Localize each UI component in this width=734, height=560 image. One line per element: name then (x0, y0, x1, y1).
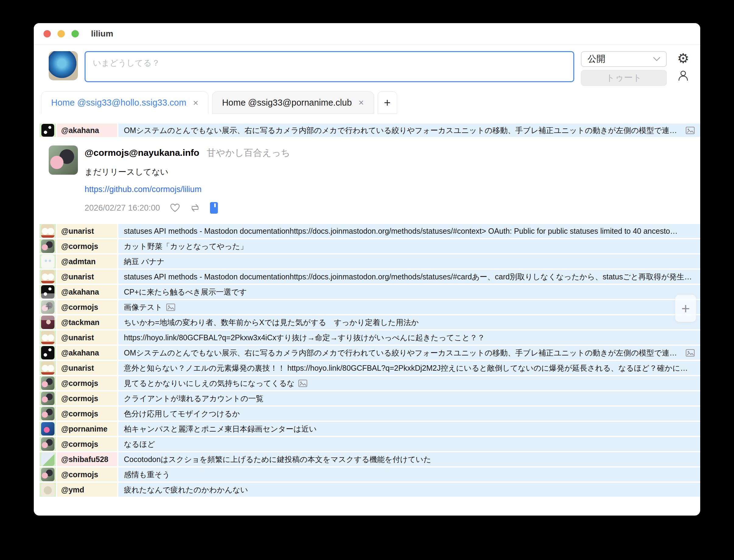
timeline-row[interactable]: @unarist 意外と知らない？ノエルの元素爆発の裏技！！ https://h… (40, 361, 700, 375)
row-avatar[interactable] (41, 331, 54, 344)
row-username[interactable]: @ymd (57, 483, 117, 497)
zoom-window-button[interactable] (72, 30, 79, 37)
post-link[interactable]: https://github.com/cormojs/lilium (85, 185, 201, 194)
row-text-cell[interactable]: 感情も重そう (118, 467, 700, 481)
row-text-cell[interactable]: 意外と知らない？ノエルの元素爆発の裏技！！ https://hoyo.link/… (118, 361, 700, 375)
timeline-row[interactable]: @unarist statuses API methods - Mastodon… (40, 270, 700, 284)
row-avatar[interactable] (41, 346, 54, 359)
timeline-row[interactable]: @tackman ちいかわ=地域の変わり者、数年前からXでは見た気がする すっか… (40, 315, 700, 329)
row-text-cell[interactable]: OMシステムのとんでもない展示、右に写るカメラ内部のメカで行われている絞りやフォ… (118, 346, 700, 360)
row-text-cell[interactable]: Cocotodonはスクショを頻繁に上げるために鍵投稿の本文をマスクする機能を付… (118, 452, 700, 466)
load-more-button[interactable]: + (675, 295, 696, 322)
timeline-row[interactable]: @cormojs 感情も重そう (40, 467, 700, 481)
row-text: Cocotodonはスクショを頻繁に上げるために鍵投稿の本文をマスクする機能を付… (124, 454, 431, 464)
close-window-button[interactable] (44, 30, 51, 37)
row-text: statuses API methods - Mastodon document… (124, 272, 692, 282)
timeline-row[interactable]: @akahana OMシステムのとんでもない展示、右に写るカメラ内部のメカで行わ… (40, 346, 700, 360)
timeline-row[interactable]: @unarist https://hoyo.link/80GCFBAL?q=2P… (40, 331, 700, 345)
client-device-icon[interactable] (210, 202, 218, 214)
row-avatar[interactable] (41, 407, 54, 420)
row-username[interactable]: @unarist (57, 331, 117, 345)
timeline-row[interactable]: @akahana CP+に来たら触るべき展示一選です (40, 285, 700, 299)
row-username[interactable]: @admtan (57, 254, 117, 268)
timeline-row[interactable]: @cormojs 画像テスト (40, 300, 700, 314)
row-username[interactable]: @unarist (57, 270, 117, 284)
row-avatar-cell (40, 346, 56, 360)
row-avatar[interactable] (41, 453, 54, 466)
toot-button[interactable]: トゥート (581, 70, 667, 86)
row-text-cell[interactable]: 納豆 バナナ (118, 254, 700, 268)
timeline-row[interactable]: @shibafu528 Cocotodonはスクショを頻繁に上げるために鍵投稿の… (40, 452, 700, 466)
row-text-cell[interactable]: CP+に来たら触るべき展示一選です (118, 285, 700, 299)
timeline-row[interactable]: @admtan 納豆 バナナ (40, 254, 700, 268)
row-username[interactable]: @cormojs (57, 407, 117, 421)
visibility-select[interactable]: 公開 (581, 51, 667, 67)
close-icon[interactable]: × (193, 98, 198, 107)
post-avatar[interactable] (49, 145, 78, 175)
timeline-row[interactable]: @ymd 疲れたなんで疲れたのかわかんない (40, 483, 700, 497)
heart-icon[interactable] (170, 203, 180, 212)
row-text-cell[interactable]: 色分け応用してモザイクつけるか (118, 407, 700, 421)
timeline-row[interactable]: @cormojs カット野菜「カッとなってやった」 (40, 239, 700, 253)
row-avatar[interactable] (41, 422, 54, 436)
new-tab-button[interactable]: + (378, 91, 397, 114)
timeline-row[interactable]: @cormojs クライアントが壊れるアカウントの一覧 (40, 391, 700, 405)
boost-icon[interactable] (190, 203, 200, 212)
row-avatar[interactable] (41, 361, 54, 375)
row-username[interactable]: @akahana (57, 124, 117, 137)
row-avatar[interactable] (41, 124, 54, 137)
row-username[interactable]: @cormojs (57, 376, 117, 390)
tab-home-hollo[interactable]: Home @ssig33@hollo.ssig33.com × (41, 91, 208, 114)
expanded-post: @cormojs@nayukana.info 甘やかし百合えっち まだリリースし… (34, 138, 700, 214)
row-avatar[interactable] (41, 270, 54, 283)
tab-home-pornanime[interactable]: Home @ssig33@pornanime.club × (212, 91, 374, 114)
timeline-row[interactable]: @pornanime 柏キャンパスと麗澤とポニメ東日本録画センターは近い (40, 422, 700, 436)
row-text-cell[interactable]: OMシステムのとんでもない展示、右に写るカメラ内部のメカで行われている絞りやフォ… (118, 124, 700, 137)
timeline-row[interactable]: @unarist statuses API methods - Mastodon… (40, 224, 700, 238)
row-text-cell[interactable]: statuses API methods - Mastodon document… (118, 270, 700, 284)
row-username[interactable]: @shibafu528 (57, 452, 117, 466)
row-username[interactable]: @cormojs (57, 239, 117, 253)
person-icon[interactable] (677, 69, 689, 82)
row-text-cell[interactable]: statuses API methods - Mastodon document… (118, 224, 700, 238)
post-account[interactable]: @cormojs@nayukana.info (85, 148, 199, 158)
row-avatar-cell (40, 407, 56, 421)
row-avatar[interactable] (41, 376, 54, 390)
current-user-avatar[interactable] (49, 51, 78, 80)
row-avatar[interactable] (41, 255, 54, 268)
timeline-row[interactable]: @cormojs 色分け応用してモザイクつけるか (40, 407, 700, 421)
row-username[interactable]: @cormojs (57, 300, 117, 314)
row-avatar[interactable] (41, 437, 54, 451)
row-text-cell[interactable]: https://hoyo.link/80GCFBAL?q=2Pkxw3x4iCx… (118, 331, 700, 345)
row-username[interactable]: @pornanime (57, 422, 117, 436)
row-avatar[interactable] (41, 240, 54, 253)
row-text-cell[interactable]: 見てるとかなりいにしえの気持ちになってくるな (118, 376, 700, 390)
gear-icon[interactable]: ⚙ (677, 52, 689, 65)
row-avatar[interactable] (41, 224, 54, 238)
row-username[interactable]: @cormojs (57, 467, 117, 481)
row-text-cell[interactable]: クライアントが壊れるアカウントの一覧 (118, 391, 700, 405)
row-text-cell[interactable]: ちいかわ=地域の変わり者、数年前からXでは見た気がする すっかり定着した用法か (118, 315, 700, 329)
row-username[interactable]: @tackman (57, 315, 117, 329)
row-text-cell[interactable]: 疲れたなんで疲れたのかわかんない (118, 483, 700, 497)
timeline-row[interactable]: @cormojs 見てるとかなりいにしえの気持ちになってくるな (40, 376, 700, 390)
timeline-row[interactable]: @akahana OMシステムのとんでもない展示、右に写るカメラ内部のメカで行わ… (40, 124, 700, 137)
row-avatar[interactable] (41, 468, 54, 481)
minimize-window-button[interactable] (58, 30, 65, 37)
insert-above-button[interactable]: + (39, 293, 58, 320)
row-text-cell[interactable]: なるほど (118, 437, 700, 451)
close-icon[interactable]: × (358, 98, 364, 107)
row-avatar[interactable] (41, 392, 54, 405)
row-username[interactable]: @akahana (57, 285, 117, 299)
compose-input[interactable] (85, 51, 574, 82)
row-username[interactable]: @cormojs (57, 391, 117, 405)
row-text-cell[interactable]: カット野菜「カッとなってやった」 (118, 239, 700, 253)
row-username[interactable]: @unarist (57, 224, 117, 238)
row-username[interactable]: @akahana (57, 346, 117, 360)
row-text-cell[interactable]: 柏キャンパスと麗澤とポニメ東日本録画センターは近い (118, 422, 700, 436)
row-avatar[interactable] (41, 483, 54, 496)
row-username[interactable]: @unarist (57, 361, 117, 375)
row-username[interactable]: @cormojs (57, 437, 117, 451)
timeline-row[interactable]: @cormojs なるほど (40, 437, 700, 451)
row-text-cell[interactable]: 画像テスト (118, 300, 700, 314)
